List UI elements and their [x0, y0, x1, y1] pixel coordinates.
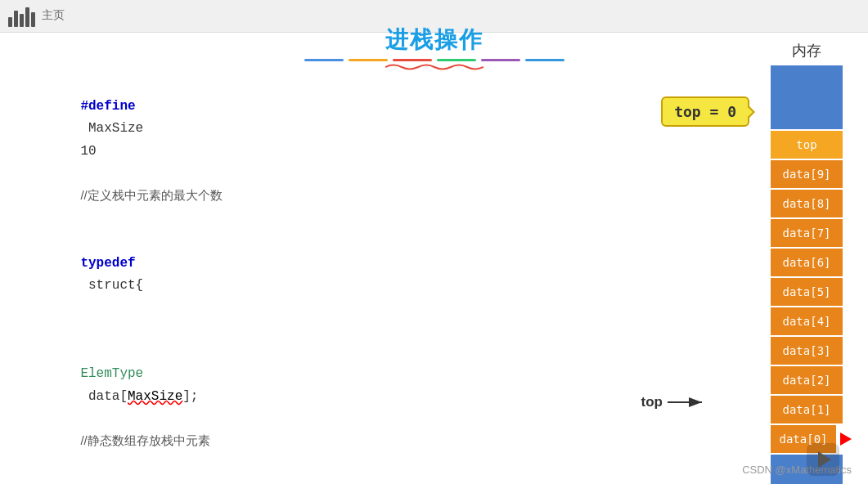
stack-cell-1: data[1]	[770, 395, 843, 424]
maxsize-ref: MaxSize	[128, 389, 182, 404]
play-button[interactable]	[807, 443, 839, 476]
elemtype: ElemType	[80, 366, 143, 381]
kw-define: #define	[80, 99, 135, 114]
data-label: data[	[80, 389, 128, 404]
indent-3	[80, 344, 111, 359]
stack-cell-5: data[5]	[770, 277, 843, 307]
wavy-svg	[385, 63, 483, 71]
underline-lightblue	[525, 59, 564, 61]
stack-cell-3: data[3]	[770, 336, 843, 365]
comment-3: //静态数组存放栈中元素	[80, 433, 209, 447]
stack-top-blue	[770, 65, 843, 130]
play-icon	[818, 451, 831, 468]
stack-cell-6: data[6]	[770, 248, 843, 277]
comment-1: //定义栈中元素的最大个数	[80, 188, 222, 202]
logo-area: 主页	[8, 4, 76, 27]
top-label-bottom: top	[641, 394, 663, 410]
bracket-end: ];	[182, 389, 198, 404]
stack-cell-4: data[4]	[770, 307, 843, 336]
code-line-3: ElemType data[MaxSize]; //静态数组存放栈中元素	[49, 319, 605, 475]
triangle-marker	[840, 432, 852, 446]
stack-cell-top: top	[770, 130, 843, 159]
logo-bars	[8, 4, 35, 27]
kw-typedef: typedef	[80, 256, 135, 271]
code-area: #define MaxSize 10 //定义栈中元素的最大个数 typedef…	[49, 74, 605, 484]
top-arrow-svg	[668, 396, 708, 409]
underline-purple	[481, 59, 520, 61]
underline-orange	[349, 59, 388, 61]
page-title: 进栈操作	[0, 25, 868, 56]
stack-cell-8: data[8]	[770, 189, 843, 218]
memory-area: 内存 top data[9] data[8] data[7] data[6] d…	[762, 41, 852, 484]
code-line-2: typedef struct{	[49, 230, 605, 319]
code-line-1: #define MaxSize 10 //定义栈中元素的最大个数	[49, 74, 605, 230]
underline-blue	[304, 59, 344, 61]
code-line-4: int top; //栈顶指针	[49, 475, 605, 484]
struct-text: struct{	[80, 278, 143, 293]
underline-green	[437, 59, 476, 61]
underline-red	[393, 59, 432, 61]
title-underline	[0, 59, 868, 61]
stack-cell-7: data[7]	[770, 218, 843, 248]
memory-label: 内存	[762, 41, 852, 60]
wavy-decoration	[0, 63, 868, 71]
top-bubble: top = 0	[661, 96, 749, 127]
num-10: 10	[80, 144, 96, 159]
stack-cell-2: data[2]	[770, 365, 843, 395]
title-area: 进栈操作	[0, 25, 868, 71]
stack-cell-9: data[9]	[770, 159, 843, 189]
top-arrow-row: top	[641, 394, 708, 410]
logo-text: 主页	[42, 8, 65, 23]
maxsize-label: MaxSize	[80, 121, 151, 136]
